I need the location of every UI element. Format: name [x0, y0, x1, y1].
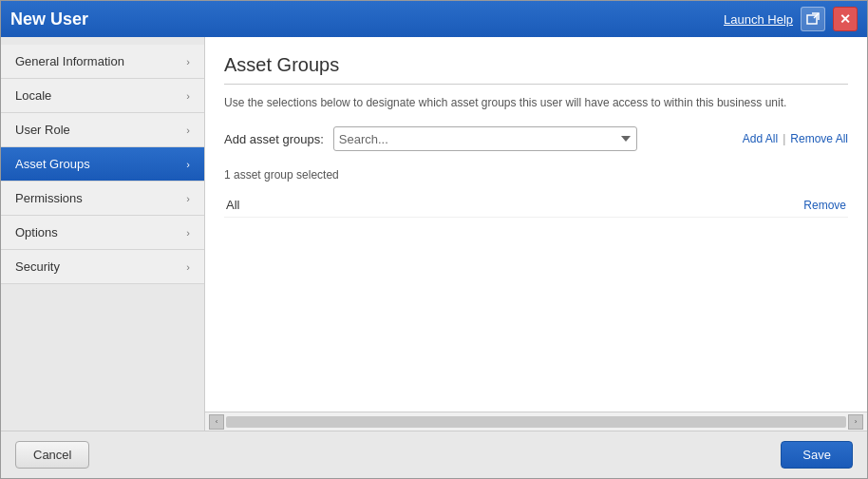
- window-title: New User: [10, 10, 88, 29]
- search-select[interactable]: Search...: [333, 126, 637, 151]
- sidebar-item-asset-groups[interactable]: Asset Groups ›: [1, 147, 204, 182]
- sidebar-label-user-role: User Role: [15, 123, 70, 137]
- main-window: New User Launch Help ✕ General Informati…: [0, 0, 868, 479]
- sidebar-label-asset-groups: Asset Groups: [15, 157, 90, 171]
- add-all-remove-all-group: Add All | Remove All: [743, 132, 848, 145]
- close-icon: ✕: [840, 11, 851, 27]
- chevron-right-icon-asset-groups: ›: [186, 159, 190, 170]
- panel-title: Asset Groups: [224, 54, 848, 76]
- popout-icon: [806, 12, 820, 26]
- scroll-right-arrow[interactable]: ›: [848, 414, 863, 430]
- sidebar-label-locale: Locale: [15, 88, 51, 103]
- scroll-track[interactable]: [226, 416, 846, 428]
- asset-list: All Remove: [224, 193, 848, 218]
- close-button[interactable]: ✕: [833, 7, 858, 31]
- sidebar-label-permissions: Permissions: [15, 191, 83, 205]
- remove-all-button[interactable]: Remove All: [790, 132, 848, 145]
- add-groups-label: Add asset groups:: [224, 132, 324, 146]
- sidebar-item-general-information[interactable]: General Information ›: [1, 45, 204, 79]
- title-bar: New User Launch Help ✕: [1, 1, 867, 37]
- panel-content: Asset Groups Use the selections below to…: [205, 37, 867, 412]
- chevron-right-icon-locale: ›: [186, 90, 190, 102]
- panel-description: Use the selections below to designate wh…: [224, 96, 848, 109]
- chevron-right-icon-security: ›: [186, 261, 190, 273]
- selected-count: 1 asset group selected: [224, 164, 848, 185]
- add-all-button[interactable]: Add All: [743, 132, 778, 145]
- sidebar-item-user-role[interactable]: User Role ›: [1, 113, 204, 147]
- sidebar-label-options: Options: [15, 225, 58, 240]
- panel-divider: [224, 84, 848, 85]
- bottom-bar: Cancel Save: [1, 431, 867, 478]
- chevron-right-icon-options: ›: [186, 227, 190, 239]
- sidebar-item-options[interactable]: Options ›: [1, 216, 204, 250]
- separator: |: [783, 132, 785, 145]
- chevron-right-icon-permissions: ›: [186, 193, 190, 204]
- right-panel: Asset Groups Use the selections below to…: [205, 37, 867, 431]
- popout-button[interactable]: [801, 7, 825, 31]
- main-content: General Information › Locale › User Role…: [1, 37, 867, 431]
- save-button[interactable]: Save: [781, 441, 853, 469]
- sidebar-item-permissions[interactable]: Permissions ›: [1, 182, 204, 216]
- remove-item-button[interactable]: Remove: [803, 199, 846, 212]
- scroll-left-arrow[interactable]: ‹: [209, 414, 224, 430]
- scrollbar-area: ‹ ›: [205, 412, 867, 431]
- table-row: All Remove: [224, 193, 848, 218]
- launch-help-button[interactable]: Launch Help: [724, 12, 793, 27]
- sidebar-item-locale[interactable]: Locale ›: [1, 79, 204, 113]
- sidebar-label-general-information: General Information: [15, 54, 124, 68]
- title-bar-actions: Launch Help ✕: [724, 7, 858, 31]
- add-groups-row: Add asset groups: Search... Add All | Re…: [224, 126, 848, 151]
- sidebar-item-security[interactable]: Security ›: [1, 250, 204, 284]
- chevron-right-icon-user-role: ›: [186, 125, 190, 136]
- chevron-right-icon-general: ›: [186, 56, 190, 67]
- asset-item-name: All: [226, 198, 239, 212]
- sidebar: General Information › Locale › User Role…: [1, 37, 205, 431]
- sidebar-label-security: Security: [15, 259, 60, 274]
- cancel-button[interactable]: Cancel: [15, 441, 89, 469]
